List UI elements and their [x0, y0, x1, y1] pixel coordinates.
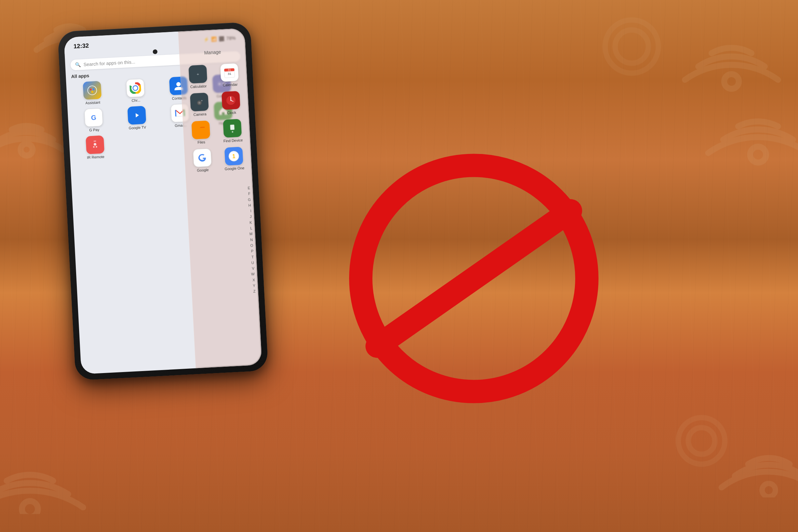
alpha-f: F [248, 191, 250, 196]
phone-screen: 12:32 ⚡ 📶 ⬛ 78% 🔍 Search for apps on thi… [64, 28, 262, 374]
bg-signal-7 [598, 13, 665, 81]
panel-app-calculator-label: Calculator [190, 84, 207, 89]
bg-signal-4 [705, 60, 798, 168]
search-icon: 🔍 [75, 62, 81, 68]
svg-text:÷: ÷ [196, 72, 199, 76]
bg-signal-5 [0, 421, 90, 515]
status-time: 12:32 [74, 42, 89, 50]
alpha-y: Y [253, 283, 255, 288]
alpha-t: T [251, 255, 254, 260]
app-chrome-icon [126, 78, 145, 97]
panel-app-calendar-icon: 31 31 [220, 63, 239, 82]
app-chrome[interactable]: Chr... [115, 78, 156, 103]
alpha-u: U [251, 260, 254, 265]
phone: 12:32 ⚡ 📶 ⬛ 78% 🔍 Search for apps on thi… [58, 22, 268, 381]
svg-rect-42 [197, 98, 201, 100]
svg-point-17 [176, 82, 180, 87]
app-irremote-label: IR Remote [87, 155, 104, 159]
alpha-k: K [249, 220, 252, 225]
svg-point-9 [688, 428, 715, 454]
svg-point-3 [750, 147, 766, 163]
svg-point-10 [88, 86, 97, 95]
app-irremote[interactable]: IR Remote [75, 135, 116, 160]
app-chrome-label: Chr... [132, 98, 141, 102]
svg-rect-51 [230, 125, 234, 130]
app-assistant-icon [83, 81, 102, 100]
svg-point-13 [91, 91, 93, 93]
panel-app-clock-icon [222, 91, 241, 110]
panel-app-finddevice-icon [223, 119, 242, 138]
svg-point-0 [21, 144, 33, 156]
app-gtv[interactable]: Google TV [116, 106, 158, 131]
panel-app-calculator[interactable]: ÷ Calculator [183, 64, 213, 89]
panel-app-google-label: Google [197, 168, 209, 173]
panel-app-files[interactable]: Files [186, 120, 216, 145]
no-signal-slash [361, 194, 587, 362]
alpha-z: Z [253, 289, 255, 294]
panel-app-files-label: Files [197, 140, 206, 144]
panel-app-calendar-label: Calendar [223, 82, 238, 87]
no-signal-overlay [349, 154, 598, 403]
alpha-e: E [248, 186, 250, 191]
alpha-g: G [248, 197, 251, 202]
app-irremote-icon [86, 135, 104, 154]
panel-app-camera[interactable]: Camera [184, 92, 214, 117]
panel-apps-grid: ÷ Calculator 31 31 [180, 60, 252, 175]
svg-point-12 [92, 88, 94, 90]
alpha-n: N [250, 238, 253, 242]
app-assistant-label: Assistant [86, 100, 100, 105]
alphabet-list: E F G H I J K L M N O P T U V W X [187, 186, 258, 297]
svg-text:31: 31 [228, 72, 231, 76]
panel-app-google-icon [193, 148, 212, 167]
panel-app-google[interactable]: Google [187, 148, 217, 173]
panel-app-clock[interactable]: Clock [216, 91, 246, 115]
panel-app-goneapp[interactable]: 1 Google One [219, 146, 249, 171]
svg-point-5 [762, 483, 775, 497]
phone-outer: 12:32 ⚡ 📶 ⬛ 78% 🔍 Search for apps on thi… [58, 22, 268, 381]
app-gtv-icon [127, 106, 146, 125]
panel-app-calculator-icon: ÷ [189, 65, 208, 84]
svg-rect-28 [93, 141, 96, 142]
panel-app-camera-label: Camera [193, 112, 207, 117]
app-gpay[interactable]: G G Pay [73, 108, 114, 133]
panel-app-goneapp-label: Google One [225, 166, 244, 171]
panel-app-files-icon [191, 120, 210, 139]
no-signal-circle [349, 154, 598, 403]
alpha-l: L [250, 226, 252, 231]
panel-app-camera-icon [190, 92, 209, 111]
bg-signal-8 [672, 411, 732, 472]
panel-app-finddevice-label: Find Device [224, 138, 243, 143]
panel-app-clock-label: Clock [227, 110, 236, 115]
search-placeholder: Search for apps on this... [83, 59, 135, 67]
panel-app-calendar[interactable]: 31 31 Calendar [214, 63, 245, 88]
camera-dot [153, 49, 158, 54]
alpha-o: O [250, 243, 253, 248]
app-gpay-label: G Pay [89, 128, 99, 132]
svg-text:1: 1 [232, 153, 236, 159]
alpha-m: M [249, 231, 253, 236]
alpha-x: X [252, 278, 255, 283]
alpha-j: J [250, 214, 252, 220]
svg-point-8 [678, 418, 725, 464]
alpha-p: P [251, 249, 254, 254]
svg-text:31: 31 [228, 68, 231, 72]
svg-point-11 [90, 89, 92, 91]
panel-app-finddevice[interactable]: Find Device [217, 119, 248, 143]
svg-point-4 [22, 501, 38, 514]
alpha-w: W [251, 272, 255, 277]
alpha-i: I [250, 208, 251, 213]
svg-point-7 [615, 30, 648, 63]
app-gpay-icon: G [84, 108, 103, 127]
app-assistant[interactable]: Assistant [72, 80, 113, 106]
right-panel: Manage ÷ Calculator [178, 28, 262, 368]
alpha-v: V [252, 266, 254, 271]
panel-app-goneapp-icon: 1 [225, 147, 243, 166]
alpha-h: H [248, 203, 251, 208]
app-gtv-label: Google TV [129, 125, 146, 130]
manage-label: Manage [178, 28, 246, 63]
